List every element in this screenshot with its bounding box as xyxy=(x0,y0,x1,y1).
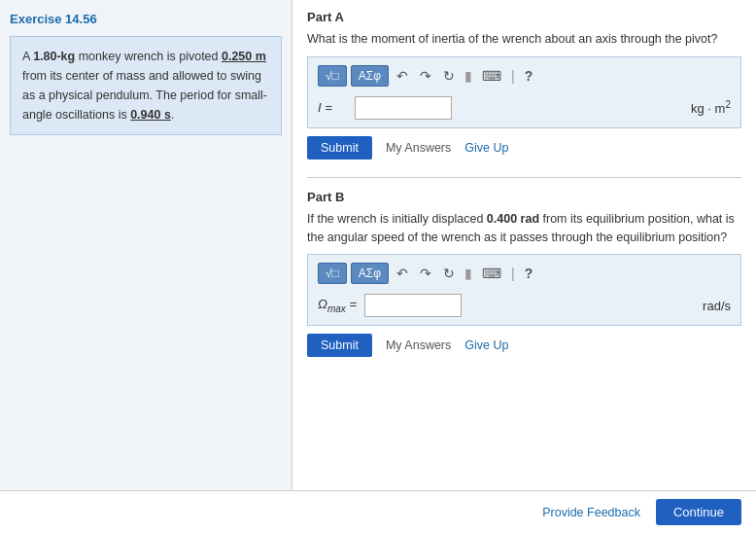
part-a-title: Part A xyxy=(307,10,741,24)
part-divider xyxy=(307,177,741,178)
part-a-section: Part A What is the moment of inertia of … xyxy=(307,10,741,160)
part-b-input-area: √□ AΣφ ↶ ↷ ↻ ▮ ⌨ | ? Ωmax = xyxy=(307,254,741,326)
part-b-toolbar: √□ AΣφ ↶ ↷ ↻ ▮ ⌨ | ? xyxy=(318,263,731,284)
part-a-answer-row: I = kg · m2 xyxy=(318,96,731,120)
part-b-my-answers[interactable]: My Answers xyxy=(386,338,451,352)
part-a-question: What is the moment of inertia of the wre… xyxy=(307,30,741,49)
part-a-unit: kg · m2 xyxy=(691,99,731,116)
part-a-input-area: √□ AΣφ ↶ ↷ ↻ ▮ ⌨ | ? I = k xyxy=(307,56,741,128)
separator2-a: | xyxy=(509,68,517,84)
keyboard-button-b[interactable]: ⌨ xyxy=(478,264,505,283)
keyboard-button-a[interactable]: ⌨ xyxy=(478,66,505,86)
sqrt-icon-b: √□ xyxy=(326,266,339,280)
ase-label-b: AΣφ xyxy=(359,266,381,280)
part-b-submit[interactable]: Submit xyxy=(307,334,372,357)
part-a-input[interactable] xyxy=(355,96,452,120)
separator-a: ▮ xyxy=(463,68,474,84)
ase-button-a[interactable]: AΣφ xyxy=(351,65,389,87)
reset-button-a[interactable]: ↻ xyxy=(439,66,459,86)
mass-highlight: 1.80-kg xyxy=(33,50,75,63)
sqrt-button-a[interactable]: √□ xyxy=(318,65,347,87)
bottom-bar: Provide Feedback Continue xyxy=(0,490,756,533)
part-a-label: I = xyxy=(318,100,347,115)
part-a-submit[interactable]: Submit xyxy=(307,136,372,160)
part-a-my-answers[interactable]: My Answers xyxy=(386,141,451,155)
ase-button-b[interactable]: AΣφ xyxy=(351,263,389,284)
problem-box: A 1.80-kg monkey wrench is pivoted 0.250… xyxy=(10,36,282,135)
reset-button-b[interactable]: ↻ xyxy=(439,264,459,283)
undo-button-b[interactable]: ↶ xyxy=(393,264,412,283)
part-b-title: Part B xyxy=(307,190,741,204)
provide-feedback-link[interactable]: Provide Feedback xyxy=(542,506,640,519)
part-b-input[interactable] xyxy=(364,294,462,317)
continue-button[interactable]: Continue xyxy=(656,499,741,525)
exercise-title: Exercise 14.56 xyxy=(10,12,282,26)
part-b-section: Part B If the wrench is initially displa… xyxy=(307,190,741,358)
distance-highlight: 0.250 m xyxy=(222,50,266,63)
sqrt-icon-a: √□ xyxy=(326,69,339,83)
period-highlight: 0.940 s xyxy=(130,108,171,122)
redo-button-a[interactable]: ↷ xyxy=(416,66,435,86)
separator2-b: | xyxy=(509,266,517,281)
part-b-answer-row: Ωmax = rad/s xyxy=(318,294,731,317)
help-button-a[interactable]: ? xyxy=(521,66,537,86)
help-button-b[interactable]: ? xyxy=(521,264,537,283)
ase-label-a: AΣφ xyxy=(359,69,381,83)
part-b-give-up[interactable]: Give Up xyxy=(464,338,508,352)
undo-button-a[interactable]: ↶ xyxy=(393,66,412,86)
part-b-action-row: Submit My Answers Give Up xyxy=(307,334,741,357)
part-a-give-up[interactable]: Give Up xyxy=(464,141,508,155)
part-b-unit: rad/s xyxy=(703,299,731,313)
sqrt-button-b[interactable]: √□ xyxy=(318,263,347,284)
separator-b: ▮ xyxy=(463,266,474,281)
part-b-question: If the wrench is initially displaced 0.4… xyxy=(307,210,741,247)
part-a-action-row: Submit My Answers Give Up xyxy=(307,136,741,160)
part-b-label: Ωmax = xyxy=(318,297,357,314)
part-a-toolbar: √□ AΣφ ↶ ↷ ↻ ▮ ⌨ | ? xyxy=(318,65,731,87)
redo-button-b[interactable]: ↷ xyxy=(416,264,435,283)
